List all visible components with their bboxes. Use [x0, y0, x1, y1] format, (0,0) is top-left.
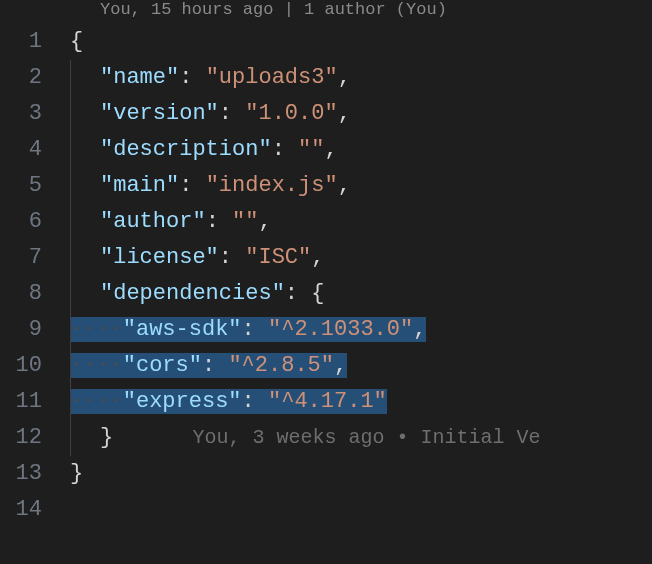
line-number: 4	[0, 132, 70, 168]
json-key-description: "description"	[100, 137, 272, 162]
selection-highlight: ····"aws-sdk": "^2.1033.0",	[70, 317, 426, 342]
code-line[interactable]: 8 "dependencies": {	[0, 276, 652, 312]
json-value-aws-sdk: "^2.1033.0"	[268, 317, 413, 342]
code-line[interactable]: 3 "version": "1.0.0",	[0, 96, 652, 132]
line-number: 11	[0, 384, 70, 420]
json-key-license: "license"	[100, 245, 219, 270]
line-number: 14	[0, 492, 70, 528]
json-key-name: "name"	[100, 65, 179, 90]
brace-close: }	[70, 461, 83, 486]
json-key-dependencies: "dependencies"	[100, 281, 285, 306]
json-value-express: "^4.17.1"	[268, 389, 387, 414]
json-value-license: "ISC"	[245, 245, 311, 270]
code-line[interactable]: 1 {	[0, 24, 652, 60]
json-value-main: "index.js"	[206, 173, 338, 198]
code-line[interactable]: 13 }	[0, 456, 652, 492]
json-key-main: "main"	[100, 173, 179, 198]
inline-blame-annotation[interactable]: You, 3 weeks ago • Initial Ve	[192, 426, 540, 449]
line-number: 3	[0, 96, 70, 132]
json-key-aws-sdk: "aws-sdk"	[123, 317, 242, 342]
json-key-author: "author"	[100, 209, 206, 234]
json-value-name: "uploads3"	[206, 65, 338, 90]
line-number: 12	[0, 420, 70, 456]
codelens-author-annotation[interactable]: You, 15 hours ago | 1 author (You)	[0, 0, 652, 20]
line-number: 5	[0, 168, 70, 204]
line-number: 1	[0, 24, 70, 60]
brace-close: }	[100, 425, 113, 450]
json-key-version: "version"	[100, 101, 219, 126]
code-line[interactable]: 4 "description": "",	[0, 132, 652, 168]
code-line[interactable]: 10 ····"cors": "^2.8.5",	[0, 348, 652, 384]
json-value-description: ""	[298, 137, 324, 162]
code-editor[interactable]: You, 15 hours ago | 1 author (You) 1 { 2…	[0, 0, 652, 564]
json-value-author: ""	[232, 209, 258, 234]
code-line[interactable]: 5 "main": "index.js",	[0, 168, 652, 204]
code-line[interactable]: 12 } You, 3 weeks ago • Initial Ve	[0, 420, 652, 456]
code-line[interactable]: 6 "author": "",	[0, 204, 652, 240]
line-number: 8	[0, 276, 70, 312]
line-number: 6	[0, 204, 70, 240]
json-value-version: "1.0.0"	[245, 101, 337, 126]
line-number: 9	[0, 312, 70, 348]
line-number: 13	[0, 456, 70, 492]
json-key-cors: "cors"	[123, 353, 202, 378]
json-value-cors: "^2.8.5"	[228, 353, 334, 378]
selection-highlight: ····"cors": "^2.8.5",	[70, 353, 347, 378]
selection-highlight: ····"express": "^4.17.1"	[70, 389, 387, 414]
line-number: 10	[0, 348, 70, 384]
code-line[interactable]: 14	[0, 492, 652, 528]
code-line[interactable]: 7 "license": "ISC",	[0, 240, 652, 276]
line-number: 2	[0, 60, 70, 96]
brace-open: {	[70, 29, 83, 54]
code-line[interactable]: 11 ····"express": "^4.17.1"	[0, 384, 652, 420]
code-line[interactable]: 2 "name": "uploads3",	[0, 60, 652, 96]
json-key-express: "express"	[123, 389, 242, 414]
line-number: 7	[0, 240, 70, 276]
code-line[interactable]: 9 ····"aws-sdk": "^2.1033.0",	[0, 312, 652, 348]
